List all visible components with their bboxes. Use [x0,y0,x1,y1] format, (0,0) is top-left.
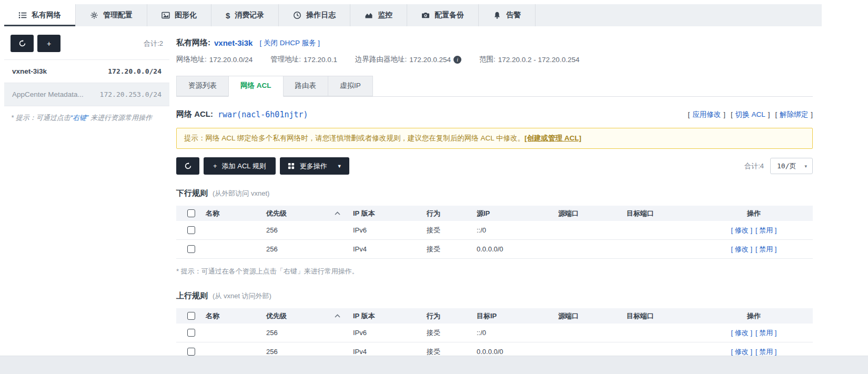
plus-icon: + [213,162,217,170]
modify-rule-link[interactable]: [ 修改 ] [731,347,752,357]
rules-total-count: 合计:4 [744,161,764,171]
create-manage-acl-link[interactable]: [创建或管理 ACL] [524,134,581,143]
nav-tab-label: 消费记录 [235,11,264,20]
select-all-checkbox[interactable] [187,312,195,320]
modify-rule-link[interactable]: [ 修改 ] [731,245,752,254]
gears-icon [90,11,98,19]
nav-tab-label: 告警 [506,11,521,20]
plus-icon: + [47,39,51,48]
acl-header-line: 网络 ACL: rwar(nacl-6h01njtr) [应用修改] [切换 A… [176,109,813,119]
table-row: 256 IPv4 接受 0.0.0.0/0 [ 修改 ][ 禁用 ] [176,240,813,259]
nav-tab-label: 管理配置 [103,11,133,20]
bell-icon [493,11,501,19]
caret-down-icon: ▼ [337,164,342,169]
sidebar-refresh-button[interactable] [11,35,34,52]
bottom-bar [0,356,868,374]
tab-virtual-ip[interactable]: 虚拟IP [328,76,373,96]
nav-tab-alerts[interactable]: 告警 [479,4,536,26]
dollar-icon: $ [226,11,230,20]
table-row: 256 IPv6 接受 ::/0 [ 修改 ][ 禁用 ] [176,324,813,342]
sidebar-toolbar: + 合计:2 [4,26,169,60]
sidebar-add-button[interactable]: + [37,35,60,52]
console-page: 私有网络 管理配置 图形化 $ 消费记录 操作日志 监控 配置备份 告警 [0,0,868,374]
downstream-table-tip: * 提示：可通过在各个资源上点击「右键」来进行常用操作。 [176,267,813,276]
row-checkbox[interactable] [187,329,195,337]
row-checkbox[interactable] [187,226,195,234]
add-acl-rule-button[interactable]: + 添加 ACL 规则 [204,157,276,175]
resource-title: 私有网络: vxnet-3i3k [ 关闭 DHCP 服务 ] [176,38,813,48]
vxnet-name: vxnet-3i3k [12,67,47,75]
monitor-icon [365,11,373,19]
nav-tab-billing[interactable]: $ 消费记录 [211,4,279,26]
nav-tab-label: 监控 [378,11,392,20]
tab-route-table[interactable]: 路由表 [283,76,329,96]
resource-title-value: vxnet-3i3k [214,38,253,47]
modify-rule-link[interactable]: [ 修改 ] [731,328,752,338]
upstream-section-title: 上行规则 (从 vxnet 访问外部) [176,291,813,301]
info-icon[interactable]: i [453,56,461,64]
modify-rule-link[interactable]: [ 修改 ] [731,226,752,235]
vxnet-cidr: 172.20.253.0/24 [100,90,162,98]
sort-asc-icon[interactable] [335,211,340,215]
nav-tab-private-network[interactable]: 私有网络 [4,4,76,26]
warning-text: 提示：网络 ACL 绑定给多个私有网络时，请您谨慎增删或者修改规则，建议您在复制… [184,134,524,143]
acl-toolbar: + 添加 ACL 规则 更多操作 ▼ 合计:4 10/页 ▾ [176,157,813,175]
acl-actions: [应用修改] [切换 ACL] [解除绑定] [688,110,813,119]
apply-changes-link[interactable]: [应用修改] [688,110,725,119]
tab-resource-list[interactable]: 资源列表 [176,76,229,96]
nav-tab-graphs[interactable]: 图形化 [147,4,211,26]
table-row: 256 IPv6 接受 ::/0 [ 修改 ][ 禁用 ] [176,221,813,240]
nav-tab-config-backup[interactable]: 配置备份 [407,4,479,26]
detail-tabs: 资源列表 网络 ACL 路由表 虚拟IP [176,76,813,97]
select-all-checkbox[interactable] [187,209,195,217]
acl-refresh-button[interactable] [176,157,199,175]
nav-tab-label: 私有网络 [32,11,61,20]
sidebar-tip: * 提示：可通过点击“右键” 来进行资源常用操作 [4,106,169,129]
nav-tab-monitoring[interactable]: 监控 [350,4,407,26]
resource-info-line: 网络地址:172.20.0.0/24 管理地址:172.20.0.1 边界路由器… [176,55,813,64]
switch-acl-link[interactable]: [切换 ACL] [731,110,770,119]
vxnet-list-item[interactable]: vxnet-3i3k 172.20.0.0/24 [4,60,169,83]
tab-network-acl[interactable]: 网络 ACL [228,76,284,97]
upstream-rules-table: 名称 优先级 IP 版本 行为 目标IP 源端口 目标端口 操作 256 IPv… [176,308,813,361]
nav-tab-label: 图形化 [175,11,197,20]
disable-rule-link[interactable]: [ 禁用 ] [755,226,776,235]
top-navigation: 私有网络 管理配置 图形化 $ 消费记录 操作日志 监控 配置备份 告警 [4,4,822,26]
list-icon [18,11,27,19]
page-size-select[interactable]: 10/页 ▾ [770,158,813,174]
nav-tab-admin-config[interactable]: 管理配置 [76,4,147,26]
clock-icon [293,11,301,19]
disable-rule-link[interactable]: [ 禁用 ] [755,328,776,338]
vxnet-detail-panel: 私有网络: vxnet-3i3k [ 关闭 DHCP 服务 ] 网络地址:172… [176,26,813,374]
acl-label: 网络 ACL: [176,109,213,119]
image-icon [162,11,170,19]
sidebar-total-count: 合计:2 [144,39,163,48]
acl-value: rwar(nacl-6h01njtr) [218,110,308,119]
unbind-acl-link[interactable]: [解除绑定] [775,110,813,119]
vxnet-list-item[interactable]: AppCenter Metadata... 172.20.253.0/24 [4,83,169,106]
vxnet-cidr: 172.20.0.0/24 [108,67,162,75]
more-actions-dropdown[interactable]: 更多操作 ▼ [280,157,349,175]
camera-icon [421,11,430,19]
refresh-icon [18,39,26,47]
nav-tab-label: 操作日志 [306,11,336,20]
table-header-row: 名称 优先级 IP 版本 行为 目标IP 源端口 目标端口 操作 [176,308,813,324]
sort-asc-icon[interactable] [335,314,340,318]
downstream-section-title: 下行规则 (从外部访问 vxnet) [176,188,813,198]
nav-tab-operation-logs[interactable]: 操作日志 [279,4,350,26]
nav-tab-label: 配置备份 [435,11,464,20]
resource-title-label: 私有网络: [176,38,210,48]
close-dhcp-link[interactable]: [ 关闭 DHCP 服务 ] [259,38,320,48]
chevron-down-icon: ▾ [804,164,807,169]
right-click-hint: “右键” [70,114,89,122]
grid-icon [287,162,295,170]
table-header-row: 名称 优先级 IP 版本 行为 源IP 源端口 目标端口 操作 [176,206,813,221]
disable-rule-link[interactable]: [ 禁用 ] [755,245,776,254]
row-checkbox[interactable] [187,245,195,253]
disable-rule-link[interactable]: [ 禁用 ] [755,347,776,357]
vxnet-name: AppCenter Metadata... [12,90,84,98]
downstream-rules-table: 名称 优先级 IP 版本 行为 源IP 源端口 目标端口 操作 256 IPv6… [176,206,813,259]
row-checkbox[interactable] [187,348,195,356]
toolbar-right: 合计:4 10/页 ▾ [744,158,813,174]
acl-warning-banner: 提示：网络 ACL 绑定给多个私有网络时，请您谨慎增删或者修改规则，建议您在复制… [176,128,813,149]
